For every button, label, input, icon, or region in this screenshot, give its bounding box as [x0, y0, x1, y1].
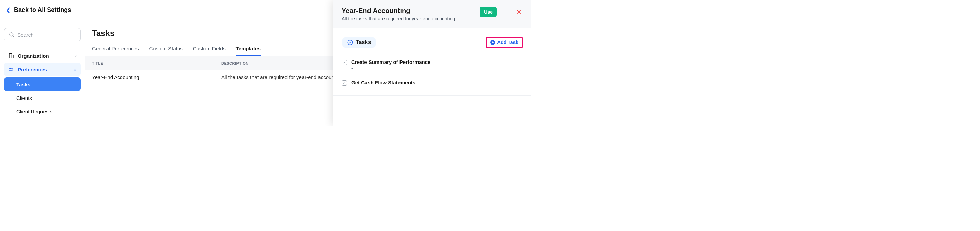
- tab-templates[interactable]: Templates: [236, 46, 261, 56]
- more-options-button[interactable]: ⋮: [501, 7, 509, 17]
- use-button[interactable]: Use: [480, 7, 497, 17]
- back-to-settings-link[interactable]: ❮ Back to All Settings: [6, 6, 71, 14]
- sidebar-item-label: Preferences: [18, 66, 47, 72]
- sidebar-sub-clients[interactable]: Clients: [4, 91, 81, 104]
- organization-icon: [8, 53, 14, 59]
- sidebar-sub-tasks[interactable]: Tasks: [4, 78, 81, 91]
- chevron-down-icon: ⌄: [73, 67, 76, 72]
- chevron-left-icon: ❮: [6, 7, 11, 13]
- sidebar-item-label: Organization: [18, 53, 49, 59]
- row-title: Year-End Accounting: [92, 74, 221, 80]
- task-row[interactable]: Get Cash Flow Statements -: [334, 75, 531, 96]
- back-label: Back to All Settings: [14, 6, 71, 14]
- task-row[interactable]: Create Summary of Performance -: [334, 55, 531, 75]
- preferences-sub-list: Tasks Clients Client Requests: [4, 78, 81, 118]
- close-icon: ✕: [516, 8, 522, 16]
- panel-subtitle: All the tasks that are required for year…: [342, 16, 476, 21]
- task-title: Create Summary of Performance: [351, 59, 523, 65]
- tasks-pill[interactable]: Tasks: [342, 37, 376, 48]
- sidebar-sub-client-requests[interactable]: Client Requests: [4, 104, 81, 118]
- tab-custom-fields[interactable]: Custom Fields: [193, 46, 226, 56]
- sidebar-item-organization[interactable]: Organization ›: [4, 49, 81, 63]
- add-task-button[interactable]: + Add Task: [486, 37, 523, 48]
- task-desc: -: [351, 86, 523, 92]
- svg-point-4: [10, 68, 11, 69]
- template-detail-panel: Year-End Accounting All the tasks that a…: [334, 0, 531, 126]
- plus-circle-icon: +: [490, 40, 495, 45]
- sidebar-item-preferences[interactable]: Preferences ⌄: [4, 63, 81, 76]
- tab-custom-status[interactable]: Custom Status: [149, 46, 182, 56]
- close-panel-button[interactable]: ✕: [514, 7, 523, 17]
- chevron-right-icon: ›: [75, 53, 76, 58]
- search-input-wrap[interactable]: [4, 28, 81, 41]
- task-desc: -: [351, 66, 523, 71]
- svg-point-6: [12, 70, 13, 71]
- search-input[interactable]: [18, 32, 82, 38]
- panel-title: Year-End Accounting: [342, 7, 476, 14]
- preferences-icon: [8, 66, 14, 72]
- svg-point-0: [10, 33, 13, 36]
- check-circle-icon: [347, 40, 353, 46]
- tab-general-preferences[interactable]: General Preferences: [92, 46, 139, 56]
- col-title: TITLE: [92, 61, 221, 65]
- settings-sidebar: Organization › Preferences ⌄ Tasks Clien…: [0, 21, 85, 126]
- svg-rect-2: [9, 53, 12, 58]
- search-icon: [8, 32, 14, 38]
- svg-line-1: [13, 36, 14, 37]
- panel-header: Year-End Accounting All the tasks that a…: [334, 0, 531, 28]
- checkbox-icon[interactable]: [342, 60, 347, 65]
- panel-toolbar: Tasks + Add Task: [334, 28, 531, 55]
- task-title: Get Cash Flow Statements: [351, 79, 523, 85]
- svg-point-8: [348, 40, 353, 45]
- add-task-label: Add Task: [497, 40, 518, 45]
- svg-rect-3: [12, 55, 14, 58]
- more-vertical-icon: ⋮: [502, 8, 508, 16]
- pill-label: Tasks: [356, 40, 371, 46]
- checkbox-icon[interactable]: [342, 80, 347, 85]
